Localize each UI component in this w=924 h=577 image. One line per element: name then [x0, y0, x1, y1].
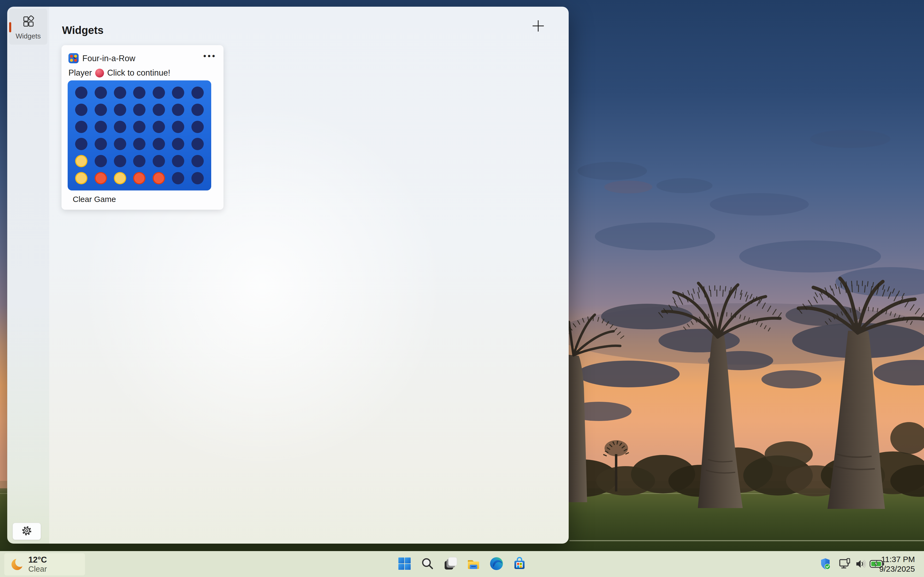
board-cell-r3c3[interactable]	[130, 135, 149, 153]
edge-button[interactable]	[485, 553, 508, 575]
yellow-piece	[114, 172, 126, 184]
board-cell-r0c2[interactable]	[110, 84, 130, 101]
speaker-icon[interactable]	[855, 558, 867, 571]
empty-slot	[133, 104, 145, 116]
system-tray: 11:37 PM 9/23/2025	[809, 551, 924, 577]
red-piece	[95, 172, 107, 184]
board-cell-r4c5[interactable]	[168, 153, 188, 169]
board-cell-r5c4[interactable]	[149, 169, 168, 187]
board-cell-r4c0[interactable]	[72, 153, 91, 169]
empty-slot	[153, 87, 165, 99]
board-cell-r4c4[interactable]	[149, 153, 168, 169]
board-cell-r2c5[interactable]	[168, 118, 188, 135]
board-cell-r3c1[interactable]	[91, 135, 110, 153]
display-device-icon[interactable]	[839, 558, 851, 571]
file-explorer-button[interactable]	[462, 553, 485, 575]
add-widget-button[interactable]	[528, 16, 548, 37]
board-cell-r1c1[interactable]	[91, 101, 110, 118]
plus-icon	[531, 19, 545, 34]
sidebar-item-widgets[interactable]: Widgets	[9, 9, 47, 45]
board-cell-r0c1[interactable]	[91, 84, 110, 101]
empty-slot	[172, 87, 184, 99]
clock-time: 11:37 PM	[879, 554, 915, 564]
clear-game-button[interactable]: Clear Game	[73, 195, 116, 204]
clock-date: 9/23/2025	[879, 564, 915, 574]
board-cell-r5c1[interactable]	[91, 169, 110, 187]
board-cell-r0c5[interactable]	[168, 84, 188, 101]
board-cell-r0c0[interactable]	[72, 84, 91, 101]
empty-slot	[153, 138, 165, 150]
security-shield-icon[interactable]	[819, 558, 832, 571]
board-cell-r1c0[interactable]	[72, 101, 91, 118]
empty-slot	[191, 172, 204, 184]
yellow-piece	[75, 155, 87, 167]
empty-slot	[191, 138, 204, 150]
weather-condition: Clear	[28, 565, 47, 574]
page-title: Widgets	[62, 24, 103, 36]
four-in-a-row-app-icon	[68, 53, 79, 63]
red-ball-icon	[95, 69, 104, 77]
empty-slot	[172, 121, 184, 133]
weather-text: 12°C Clear	[28, 555, 47, 574]
board-cell-r3c2[interactable]	[110, 135, 130, 153]
empty-slot	[95, 87, 107, 99]
board-cell-r1c6[interactable]	[188, 101, 207, 118]
game-board	[68, 81, 211, 190]
empty-slot	[75, 104, 87, 116]
empty-slot	[95, 138, 107, 150]
empty-slot	[153, 155, 165, 167]
empty-slot	[172, 172, 184, 184]
task-view-button[interactable]	[439, 553, 462, 575]
board-cell-r4c6[interactable]	[188, 153, 207, 169]
empty-slot	[95, 104, 107, 116]
board-cell-r1c2[interactable]	[110, 101, 130, 118]
board-cell-r5c5[interactable]	[168, 169, 188, 187]
board-cell-r2c1[interactable]	[91, 118, 110, 135]
search-button[interactable]	[416, 553, 439, 575]
board-cell-r4c3[interactable]	[130, 153, 149, 169]
board-cell-r3c4[interactable]	[149, 135, 168, 153]
board-cell-r4c2[interactable]	[110, 153, 130, 169]
empty-slot	[114, 138, 126, 150]
board-cell-r0c6[interactable]	[188, 84, 207, 101]
board-cell-r5c3[interactable]	[130, 169, 149, 187]
board-cell-r4c1[interactable]	[91, 153, 110, 169]
empty-slot	[75, 138, 87, 150]
card-menu-button[interactable]: •••	[203, 52, 216, 61]
selected-indicator	[9, 22, 11, 32]
microsoft-store-icon	[512, 557, 527, 572]
weather-temperature: 12°C	[28, 555, 47, 565]
empty-slot	[153, 104, 165, 116]
widgets-settings-button[interactable]	[13, 523, 41, 540]
board-cell-r2c4[interactable]	[149, 118, 168, 135]
store-button[interactable]	[508, 553, 531, 575]
edge-browser-icon	[489, 557, 504, 572]
taskbar-center	[393, 553, 531, 575]
board-cell-r2c6[interactable]	[188, 118, 207, 135]
board-cell-r1c5[interactable]	[168, 101, 188, 118]
board-cell-r1c3[interactable]	[130, 101, 149, 118]
taskbar-clock[interactable]: 11:37 PM 9/23/2025	[879, 554, 915, 574]
four-in-a-row-widget-card: Four-in-a-Row ••• Player Click to contin…	[61, 45, 223, 210]
empty-slot	[114, 87, 126, 99]
board-cell-r1c4[interactable]	[149, 101, 168, 118]
taskbar-weather-widget[interactable]: 12°C Clear	[4, 553, 85, 575]
board-cell-r2c3[interactable]	[130, 118, 149, 135]
status-text-pre: Player	[68, 68, 92, 78]
game-status: Player Click to continue!	[68, 68, 170, 78]
board-cell-r2c2[interactable]	[110, 118, 130, 135]
board-cell-r0c3[interactable]	[130, 84, 149, 101]
folder-icon	[466, 556, 481, 572]
empty-slot	[153, 121, 165, 133]
board-cell-r5c2[interactable]	[110, 169, 130, 187]
board-cell-r3c0[interactable]	[72, 135, 91, 153]
board-cell-r2c0[interactable]	[72, 118, 91, 135]
board-cell-r3c5[interactable]	[168, 135, 188, 153]
board-cell-r0c4[interactable]	[149, 84, 168, 101]
crescent-moon-icon	[10, 557, 25, 573]
board-cell-r5c6[interactable]	[188, 169, 207, 187]
board-cell-r5c0[interactable]	[72, 169, 91, 187]
widgets-panel: Widgets Widgets	[7, 7, 569, 543]
board-cell-r3c6[interactable]	[188, 135, 207, 153]
start-button[interactable]	[393, 553, 416, 575]
